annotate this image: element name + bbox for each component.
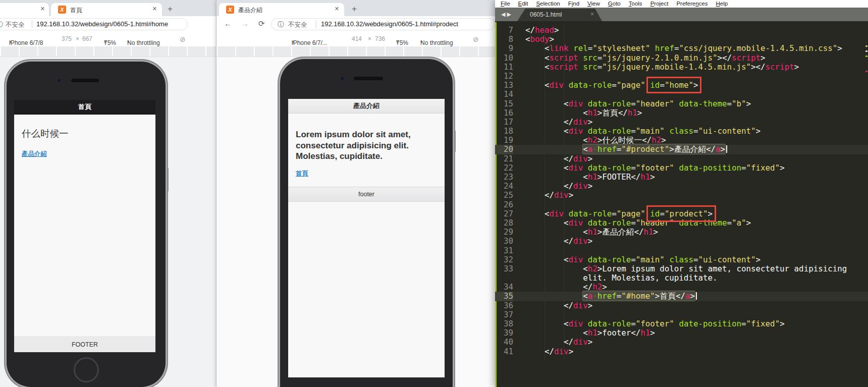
new-tab-button[interactable]: + <box>168 4 173 14</box>
code-line[interactable]: 24 </div> <box>495 182 868 191</box>
code-line[interactable]: 26 <box>495 200 868 209</box>
menu-tools[interactable]: Tools <box>625 0 646 8</box>
code-line[interactable]: 13 <div data-role="page" id="home"> <box>495 81 868 90</box>
power-button <box>454 130 456 152</box>
code-line[interactable]: 10 <script src="js/jquery-2.1.0.min.js">… <box>495 53 868 63</box>
omnibox[interactable]: ⓘ 不安全 192.168.10.32/webdesign/0605-1.htm… <box>271 18 495 30</box>
code-line[interactable]: 32 <div data-role="main" class="ui-conte… <box>495 255 868 264</box>
code-line[interactable]: 37 <box>495 310 868 319</box>
code-line[interactable]: 16 <h1>首頁</h1> <box>495 108 868 118</box>
url-text[interactable]: 192.168.10.32/webdesign/0605-1.html#home <box>36 20 168 28</box>
close-icon[interactable]: × <box>590 11 594 18</box>
code-line[interactable]: 39 <h1>footer</h1> <box>495 328 868 338</box>
line-number: 13 <box>495 81 513 90</box>
code-line[interactable]: 19 <h2>什么时候一</h2> <box>495 136 868 145</box>
code-line[interactable]: 21 </div> <box>495 154 868 163</box>
viewport-width[interactable]: 375 <box>62 35 72 42</box>
url-text[interactable]: 192.168.10.32/webdesign/0605-1.html#prod… <box>321 20 458 28</box>
menu-goto[interactable]: Goto <box>604 0 625 8</box>
menu-file[interactable]: File <box>497 0 514 8</box>
code-line[interactable]: 27 <div data-role="page" id="prodect"> <box>495 209 868 218</box>
info-icon[interactable]: ⓘ <box>278 20 284 29</box>
hist-back-icon: ◀ <box>501 11 507 17</box>
device-toolbar: iPhone 6/7/... ▾ 414 × 736 75% ▾ No thro… <box>216 31 496 47</box>
code-line[interactable]: 34 </h2> <box>495 283 868 292</box>
menu-view[interactable]: View <box>583 0 604 8</box>
code-line[interactable]: 8<body> <box>495 35 868 44</box>
annotation-red-box: id="home"> <box>650 80 698 90</box>
code-line[interactable]: 30 </div> <box>495 237 868 246</box>
code-line[interactable]: 17 </div> <box>495 118 868 127</box>
code-line[interactable]: 23 <h1>FOOTER</h1> <box>495 173 868 182</box>
minimap <box>865 50 867 52</box>
code-line[interactable]: 36 </div> <box>495 301 868 310</box>
menu-project[interactable]: Project <box>646 0 673 8</box>
menu-selection[interactable]: Selection <box>532 0 564 8</box>
code-line[interactable]: 29 <h1>產品介紹</h1> <box>495 228 868 237</box>
code-line[interactable]: 11 <script src="js/jquery.mobile-1.4.5.m… <box>495 63 868 72</box>
tab-partial[interactable]: ✕ <box>0 3 49 16</box>
menu-edit[interactable]: Edit <box>514 0 532 8</box>
menu-find[interactable]: Find <box>564 0 583 8</box>
tab-history-arrows[interactable]: ◀▶ <box>501 11 513 18</box>
menu-preferences[interactable]: Preferences <box>672 0 712 8</box>
code-line[interactable]: 9 <link rel="stylesheet" href="css/jquer… <box>495 44 868 53</box>
code-line[interactable]: 7</head> <box>495 26 868 35</box>
line-number: 31 <box>495 246 513 255</box>
home-link[interactable]: 首頁 <box>296 170 308 178</box>
tab-title: 首頁 <box>70 6 82 15</box>
viewport-height[interactable]: 736 <box>375 35 385 42</box>
block-icon[interactable]: ⊘ <box>180 35 186 43</box>
page-heading: Lorem ipsum dolor sit amet, consectetur … <box>296 129 437 162</box>
code-line[interactable]: 41 </div> <box>495 347 868 356</box>
code-line[interactable]: 28 <div data-role="header" data-theme="a… <box>495 218 868 228</box>
text-cursor <box>726 145 727 153</box>
line-number: 35 <box>495 292 513 301</box>
close-icon[interactable]: ✕ <box>335 6 339 12</box>
code-line[interactable]: 25 </div> <box>495 191 868 200</box>
divider <box>316 21 316 28</box>
product-link[interactable]: 產品介紹 <box>22 150 47 158</box>
code-line[interactable]: elit. Molestias, cupiditate. <box>495 273 868 283</box>
code-area[interactable]: 7</head>8<body>9 <link rel="stylesheet" … <box>495 21 868 387</box>
info-icon[interactable]: ⓘ <box>0 20 3 29</box>
menu-help[interactable]: Help <box>712 0 732 8</box>
omnibox[interactable]: ⓘ 不安全 192.168.10.32/webdesign/0605-1.htm… <box>0 18 188 30</box>
page-heading: 什么时候一 <box>22 127 148 140</box>
code-line[interactable]: 33 <h2>Lorem ipsum dolor sit amet, conse… <box>495 264 868 273</box>
hist-forward-icon: ▶ <box>507 11 512 17</box>
viewport-width[interactable]: 414 <box>352 35 362 42</box>
tab-product-page[interactable]: X 產品介紹 ✕ <box>219 3 344 16</box>
editor-tab[interactable]: 0605-1.html × <box>517 9 602 21</box>
viewport-height[interactable]: 667 <box>82 35 92 42</box>
line-number: 41 <box>495 347 513 356</box>
code-line[interactable]: 20 <a·href="#prodect">產品介紹</a> <box>495 145 868 154</box>
reload-icon[interactable]: ⟳ <box>258 19 265 28</box>
code-line[interactable]: 22 <div data-role="footer" data-position… <box>495 163 868 173</box>
security-label: 不安全 <box>6 21 25 29</box>
home-button <box>74 357 99 382</box>
code-line[interactable]: 38 <div data-role="footer" date-position… <box>495 319 868 328</box>
tab-home-page[interactable]: X 首頁 ✕ <box>51 3 162 16</box>
block-icon[interactable]: ⊘ <box>473 35 479 43</box>
chevron-down-icon: ▾ <box>396 39 399 44</box>
device-toolbar: iPhone 6/7/8 ▾ 375 × 667 75% ▾ No thrott… <box>0 31 216 47</box>
line-number: 29 <box>495 228 513 237</box>
code-line[interactable]: 31 <box>495 246 868 255</box>
phone-screen: 首頁 什么时候一 產品介紹 FOOTER <box>14 100 155 352</box>
forward-icon[interactable]: → <box>241 19 249 28</box>
code-editor-window: FileEditSelectionFindViewGotoToolsProjec… <box>495 0 868 387</box>
back-icon[interactable]: ← <box>224 19 232 28</box>
code-line[interactable]: 12 <box>495 72 868 81</box>
code-line[interactable]: 35 <a·href="#home">首頁</a> <box>495 292 868 301</box>
close-icon[interactable]: ✕ <box>40 6 45 12</box>
ruler <box>216 46 496 57</box>
close-icon[interactable]: ✕ <box>152 6 157 12</box>
line-number: 17 <box>495 118 513 127</box>
new-tab-button[interactable]: + <box>352 4 357 14</box>
code-line[interactable]: 40 </div> <box>495 338 868 347</box>
chevron-down-icon: ▾ <box>9 39 12 44</box>
code-line[interactable]: 15 <div data-role="header" data-theme="b… <box>495 99 868 108</box>
code-line[interactable]: 18 <div data-role="main" class="ui-conte… <box>495 127 868 136</box>
code-line[interactable]: 14 <box>495 90 868 99</box>
